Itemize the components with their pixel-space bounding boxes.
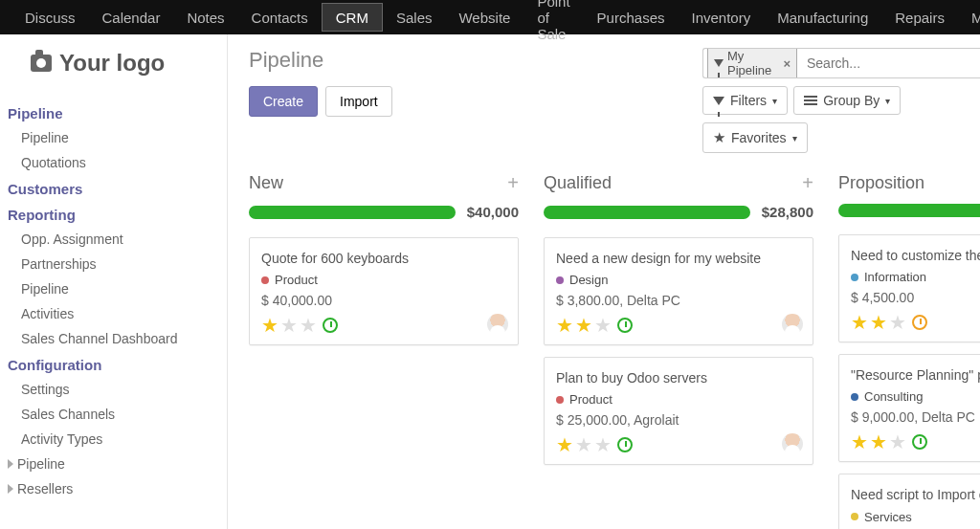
kanban-card[interactable]: Quote for 600 keyboardsProduct$ 40,000.0…: [249, 237, 519, 345]
kanban-card[interactable]: "Resource Planning" p developmentConsult…: [838, 354, 980, 462]
card-title: Quote for 600 keyboards: [261, 250, 506, 267]
activity-icon[interactable]: [323, 318, 338, 333]
priority-stars[interactable]: ★★★: [851, 432, 906, 452]
add-card-button[interactable]: +: [507, 172, 519, 194]
tag-dot-icon: [851, 274, 858, 281]
kanban-card[interactable]: Need script to Import eServices$ 5,600.0…: [838, 474, 980, 529]
sidebar-header-reporting[interactable]: Reporting: [8, 201, 213, 227]
nav-purchases[interactable]: Purchases: [584, 0, 679, 34]
close-icon[interactable]: ×: [783, 56, 791, 71]
star-icon[interactable]: ★: [300, 316, 317, 335]
sidebar-expander-pipeline[interactable]: Pipeline: [8, 452, 213, 476]
tag-dot-icon: [556, 276, 564, 284]
sidebar-item-settings[interactable]: Settings: [8, 377, 213, 402]
activity-icon[interactable]: [617, 437, 633, 452]
star-icon[interactable]: ★: [889, 432, 906, 452]
funnel-icon: [714, 59, 724, 67]
nav-calendar[interactable]: Calendar: [89, 0, 174, 34]
nav-point-of-sale[interactable]: Point of Sale: [523, 0, 583, 34]
nav-website[interactable]: Website: [445, 0, 523, 34]
priority-stars[interactable]: ★★★: [261, 316, 317, 335]
tag-dot-icon: [261, 276, 269, 284]
star-icon[interactable]: ★: [575, 316, 592, 335]
nav-sales[interactable]: Sales: [383, 0, 446, 34]
priority-stars[interactable]: ★★★: [851, 313, 906, 332]
activity-icon[interactable]: [617, 318, 633, 333]
import-button[interactable]: Import: [325, 86, 392, 117]
sidebar-item-sales-channels[interactable]: Sales Channels: [8, 402, 213, 427]
column-total: $40,000: [467, 204, 519, 220]
avatar[interactable]: [782, 314, 803, 335]
sidebar-item-opp-assignment[interactable]: Opp. Assignment: [8, 227, 213, 252]
sidebar-header-configuration[interactable]: Configuration: [8, 351, 213, 377]
nav-contacts[interactable]: Contacts: [238, 0, 322, 34]
star-icon[interactable]: ★: [870, 432, 887, 452]
star-icon[interactable]: ★: [556, 316, 573, 335]
kanban-card[interactable]: Need to customize theInformation$ 4,500.…: [838, 234, 980, 342]
activity-icon[interactable]: [912, 434, 927, 450]
create-button[interactable]: Create: [249, 86, 318, 117]
sidebar-item-quotations[interactable]: Quotations: [8, 150, 213, 175]
add-card-button[interactable]: +: [802, 172, 813, 194]
star-icon[interactable]: ★: [870, 313, 887, 332]
caret-down-icon: ▾: [885, 96, 890, 106]
logo-text: Your logo: [59, 50, 165, 77]
card-amount: $ 3,800.00, Delta PC: [556, 293, 801, 308]
search-facet-label: My Pipeline: [727, 49, 779, 77]
sidebar-item-activity-types[interactable]: Activity Types: [8, 427, 213, 452]
nav-inventory[interactable]: Inventory: [678, 0, 764, 34]
card-tag: Services: [851, 510, 980, 524]
kanban-column-proposition: Proposition+Need to customize theInforma…: [838, 172, 980, 529]
sidebar-header-customers[interactable]: Customers: [8, 175, 213, 201]
star-icon[interactable]: ★: [851, 432, 868, 452]
star-icon[interactable]: ★: [261, 316, 278, 335]
star-icon[interactable]: ★: [575, 435, 592, 454]
sidebar-item-partnerships[interactable]: Partnerships: [8, 252, 213, 276]
star-icon: ★: [713, 129, 725, 146]
priority-stars[interactable]: ★★★: [556, 435, 612, 454]
search-bar[interactable]: My Pipeline ×: [702, 48, 980, 78]
priority-stars[interactable]: ★★★: [556, 316, 612, 335]
nav-discuss[interactable]: Discuss: [11, 0, 89, 34]
search-input[interactable]: [801, 49, 980, 77]
sidebar-header-pipeline[interactable]: Pipeline: [8, 99, 213, 125]
card-amount: $ 9,000.00, Delta PC: [851, 409, 980, 425]
star-icon[interactable]: ★: [594, 316, 612, 335]
nav-notes[interactable]: Notes: [173, 0, 237, 34]
kanban-card[interactable]: Need a new design for my websiteDesign$ …: [544, 237, 813, 345]
kanban-card[interactable]: Plan to buy Odoo serversProduct$ 25,000.…: [544, 357, 813, 465]
favorites-button[interactable]: ★ Favorites ▾: [702, 122, 808, 153]
star-icon[interactable]: ★: [556, 435, 573, 454]
group-by-button[interactable]: Group By ▾: [793, 86, 901, 115]
star-icon[interactable]: ★: [851, 313, 868, 332]
sidebar-item-sales-channel-dashboard[interactable]: Sales Channel Dashboard: [8, 326, 213, 351]
kanban-board: New+$40,000Quote for 600 keyboardsProduc…: [249, 172, 980, 529]
tag-dot-icon: [851, 513, 858, 520]
sidebar-item-pipeline[interactable]: Pipeline: [8, 276, 213, 301]
avatar[interactable]: [782, 433, 803, 454]
nav-manufacturing[interactable]: Manufacturing: [764, 0, 881, 34]
progress-bar: [544, 206, 750, 219]
activity-icon[interactable]: [912, 315, 927, 330]
card-title: Need a new design for my website: [556, 250, 801, 267]
nav-crm[interactable]: CRM: [322, 3, 383, 32]
logo[interactable]: Your logo: [8, 50, 213, 77]
sidebar-item-activities[interactable]: Activities: [8, 301, 213, 326]
filters-button[interactable]: Filters ▾: [702, 86, 788, 115]
sidebar-expander-resellers[interactable]: Resellers: [8, 476, 213, 501]
star-icon[interactable]: ★: [594, 435, 612, 454]
star-icon[interactable]: ★: [280, 316, 298, 335]
nav-more[interactable]: More ▾: [958, 0, 980, 34]
chevron-right-icon: [8, 459, 13, 469]
tag-dot-icon: [851, 393, 858, 401]
main-area: Pipeline Create Import My Pipeline ×: [228, 34, 980, 529]
star-icon[interactable]: ★: [889, 313, 906, 332]
card-tag: Information: [851, 270, 980, 284]
search-facet[interactable]: My Pipeline ×: [707, 48, 797, 78]
column-title: New: [249, 173, 283, 193]
sidebar-item-pipeline[interactable]: Pipeline: [8, 125, 213, 150]
list-icon: [804, 96, 817, 105]
avatar[interactable]: [487, 314, 508, 335]
card-tag: Product: [556, 392, 801, 407]
nav-repairs[interactable]: Repairs: [881, 0, 958, 34]
